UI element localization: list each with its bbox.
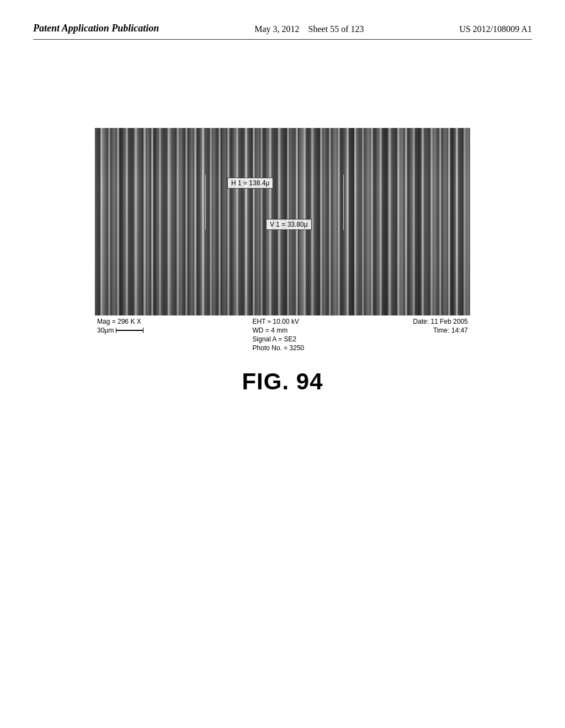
sheet-info: Sheet 55 of 123: [308, 24, 364, 34]
measurement-h-label: H 1 = 138.4μ: [227, 178, 273, 189]
capture-time: Time: 14:47: [413, 326, 468, 334]
sem-metadata-row: Mag = 296 K X 30μm EHT ≈ 10.00 kV WD = 4…: [95, 318, 470, 352]
figure-label: FIG. 94: [242, 368, 323, 395]
measurement-h-line-right: [343, 175, 344, 230]
patent-number: US 2012/108009 A1: [459, 22, 532, 34]
scale-label: 30μm: [97, 326, 114, 334]
capture-date: Date: 11 Feb 2005: [413, 318, 468, 325]
main-content: H 1 = 138.4μ V 1 = 33.80μ Mag = 296 K X …: [33, 128, 532, 395]
measurement-h-line-left: [205, 175, 206, 230]
metadata-left-section: Mag = 296 K X 30μm: [97, 318, 143, 334]
metadata-center-section: EHT ≈ 10.00 kV WD = 4 mm Signal A = SE2 …: [253, 318, 305, 352]
signal-value: Signal A = SE2: [253, 335, 305, 343]
scale-bar-line: [116, 330, 143, 331]
page-header: Patent Application Publication May 3, 20…: [33, 22, 532, 40]
sem-microscope-image: H 1 = 138.4μ V 1 = 33.80μ: [95, 128, 470, 315]
eht-value: EHT ≈ 10.00 kV: [253, 318, 305, 325]
metadata-right-section: Date: 11 Feb 2005 Time: 14:47: [413, 318, 468, 334]
header-center: May 3, 2012 Sheet 55 of 123: [254, 22, 364, 34]
publication-title: Patent Application Publication: [33, 22, 159, 35]
wd-value: WD = 4 mm: [253, 326, 305, 334]
measurement-v-label: V 1 = 33.80μ: [266, 219, 312, 230]
publication-date: May 3, 2012: [254, 24, 299, 34]
page-container: Patent Application Publication May 3, 20…: [0, 0, 565, 728]
scale-bar-section: 30μm: [97, 326, 143, 334]
sem-image-container: H 1 = 138.4μ V 1 = 33.80μ Mag = 296 K X …: [95, 128, 470, 352]
magnification-value: Mag = 296 K X: [97, 318, 143, 325]
photo-value: Photo No. = 3250: [253, 344, 305, 352]
